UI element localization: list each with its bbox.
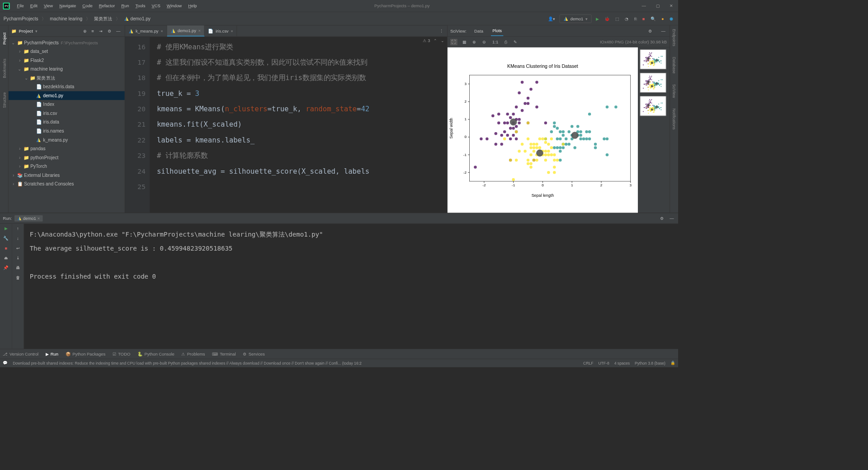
tree-node-pandas[interactable]: ›📁pandas — [9, 144, 125, 153]
maximize-icon[interactable]: ▢ — [654, 3, 662, 9]
zoom-in-icon[interactable]: ⊕ — [471, 39, 477, 45]
tree-node-iris-names[interactable]: 📄iris.names — [9, 127, 125, 136]
grid-icon[interactable]: ▦ — [461, 39, 468, 45]
run-button-icon[interactable]: ▶ — [594, 15, 600, 22]
editor-tab-iris.csv[interactable]: 📄iris.csv× — [205, 25, 237, 36]
run-output[interactable]: F:\Anaconda3\python.exe "F:\PycharmProje… — [24, 224, 678, 349]
bottom-tab-problems[interactable]: ⚠Problems — [181, 351, 205, 356]
hide-icon[interactable]: — — [660, 28, 667, 34]
tree-node-PyTorch[interactable]: ›📁PyTorch — [9, 162, 125, 171]
menu-code[interactable]: Code — [80, 2, 95, 9]
menu-navigate[interactable]: Navigate — [57, 2, 79, 9]
status-message[interactable]: Download pre-built shared indexes: Reduc… — [13, 361, 578, 365]
ide-hex-icon[interactable]: ⬣ — [668, 15, 675, 22]
coverage-icon[interactable]: ⬚ — [614, 15, 621, 22]
user-icon[interactable]: 👤▾ — [546, 15, 557, 22]
breadcrumb-item[interactable]: PycharmProjects — [4, 16, 38, 21]
gear-icon[interactable]: ⚙ — [659, 215, 665, 221]
tree-node-k_means-py[interactable]: k_means.py — [9, 135, 125, 144]
bottom-tab-version-control[interactable]: ⎇Version Control — [3, 351, 38, 356]
status-encoding[interactable]: UTF-8 — [598, 361, 609, 365]
tree-node-pythonProject[interactable]: ›📁pythonProject — [9, 153, 125, 162]
scroll-end-icon[interactable]: ⤓ — [16, 256, 20, 261]
stop-icon[interactable]: ■ — [641, 15, 646, 22]
sciview-tab-plots[interactable]: Plots — [491, 26, 503, 36]
bottom-tab-run[interactable]: ▶Run — [46, 351, 58, 356]
color-picker-icon[interactable]: ✎ — [512, 39, 519, 45]
breadcrumb-item[interactable]: machine learing — [50, 16, 82, 21]
menu-tools[interactable]: Tools — [132, 2, 148, 9]
status-icon[interactable]: 💬 — [3, 361, 8, 366]
plot-thumbnail[interactable] — [640, 49, 666, 69]
tree-node--[interactable]: ⌄📁聚类算法 — [9, 74, 125, 83]
down-icon[interactable]: ↓ — [17, 236, 19, 241]
menu-vcs[interactable]: VCS — [149, 2, 163, 9]
actual-size-icon[interactable]: 1:1 — [491, 39, 500, 45]
minimize-icon[interactable]: — — [640, 3, 648, 9]
bottom-tab-python-console[interactable]: 🐍Python Console — [137, 351, 175, 356]
expand-all-icon[interactable]: ≡ — [90, 28, 95, 34]
run-configuration-selector[interactable]: demo1 ▾ — [559, 14, 591, 23]
hide-icon[interactable]: — — [115, 28, 122, 34]
tree-node-iris-data[interactable]: 📄iris.data — [9, 118, 125, 127]
modify-run-icon[interactable]: 🔧 — [3, 236, 9, 241]
zoom-out-icon[interactable]: ⊖ — [481, 39, 487, 45]
locate-icon[interactable]: ⊕ — [81, 28, 88, 34]
tree-node-Flask2[interactable]: ›📁Flask2 — [9, 56, 125, 65]
status-crlf[interactable]: CRLF — [583, 361, 593, 365]
tool-bookmarks[interactable]: Bookmarks — [2, 59, 6, 78]
plot-thumbnail[interactable] — [640, 73, 666, 93]
collapse-all-icon[interactable]: ⇥ — [98, 28, 104, 34]
menu-refactor[interactable]: Refactor — [96, 2, 118, 9]
lock-icon[interactable]: 🔒 — [670, 361, 675, 366]
rerun-icon[interactable]: ▶ — [5, 226, 8, 231]
pin-icon[interactable]: 📌 — [3, 266, 9, 271]
fit-icon[interactable]: ⛶ — [450, 39, 458, 45]
bottom-tab-python-packages[interactable]: 📦Python Packages — [66, 351, 106, 356]
tool-notifications[interactable]: Notifications — [672, 109, 676, 130]
tree-node-Scratches-and-Consoles[interactable]: ›📋Scratches and Consoles — [9, 180, 125, 189]
stop-icon[interactable]: ■ — [5, 246, 7, 251]
soft-wrap-icon[interactable]: ↩ — [16, 246, 20, 251]
tree-node-iris-csv[interactable]: 📄iris.csv — [9, 109, 125, 118]
tree-node-bezdekIris-data[interactable]: 📄bezdekIris.data — [9, 82, 125, 91]
tree-node-Index[interactable]: 📄Index — [9, 100, 125, 109]
ide-updates-icon[interactable]: ● — [660, 15, 665, 22]
search-icon[interactable]: 🔍 — [649, 15, 657, 22]
exit-icon[interactable]: ⏏ — [4, 256, 8, 261]
settings-icon[interactable]: ⚙ — [106, 28, 113, 34]
editor-inspections[interactable]: ⚠ 3 ⌃⌄ — [423, 38, 444, 43]
menu-view[interactable]: View — [41, 2, 56, 9]
plot-canvas[interactable]: KMeans Clustering of Iris Dataset-2-1012… — [448, 47, 638, 213]
hide-icon[interactable]: — — [668, 215, 675, 221]
breadcrumb-item[interactable]: 聚类算法 — [94, 15, 113, 22]
tree-node-machine-learing[interactable]: ⌄📁machine learing — [9, 65, 125, 74]
tool-database[interactable]: Database — [672, 57, 676, 74]
tree-node-demo1-py[interactable]: demo1.py — [9, 91, 125, 100]
profile-icon[interactable]: ◔ — [623, 15, 630, 22]
run-tab[interactable]: demo1 × — [14, 215, 42, 221]
menu-edit[interactable]: Edit — [27, 2, 40, 9]
menu-file[interactable]: File — [14, 2, 27, 9]
bottom-tab-todo[interactable]: ☑TODO — [113, 351, 130, 356]
tool-project[interactable]: Project — [2, 33, 6, 45]
gear-icon[interactable]: ⚙ — [646, 28, 653, 34]
export-icon[interactable]: ⎙ — [503, 39, 509, 45]
tool-structure[interactable]: Structure — [2, 92, 6, 108]
attach-icon[interactable]: ⎘ — [633, 15, 638, 22]
editor-tab-demo1.py[interactable]: demo1.py× — [167, 25, 204, 36]
sciview-tab-data[interactable]: Data — [473, 26, 485, 35]
tree-node-PycharmProjects[interactable]: ⌄📁PycharmProjectsF:\PycharmProjects — [9, 38, 125, 47]
tree-node-External-Libraries[interactable]: ›📚External Libraries — [9, 171, 125, 180]
bottom-tab-services[interactable]: ⚙Services — [243, 351, 264, 356]
bottom-tab-terminal[interactable]: ⌨Terminal — [212, 351, 236, 356]
status-interpreter[interactable]: Python 3.8 (base) — [635, 361, 665, 365]
clear-icon[interactable]: 🗑 — [16, 275, 20, 280]
tree-node-data_set[interactable]: ›📁data_set — [9, 47, 125, 56]
status-indent[interactable]: 4 spaces — [614, 361, 630, 365]
editor-tab-k_means.py[interactable]: k_means.py× — [125, 25, 167, 36]
menu-run[interactable]: Run — [118, 2, 132, 9]
print-icon[interactable]: 🖶 — [16, 266, 20, 271]
debug-button-icon[interactable]: 🐞 — [603, 15, 611, 22]
tool-sciview[interactable]: SciView — [672, 84, 676, 98]
